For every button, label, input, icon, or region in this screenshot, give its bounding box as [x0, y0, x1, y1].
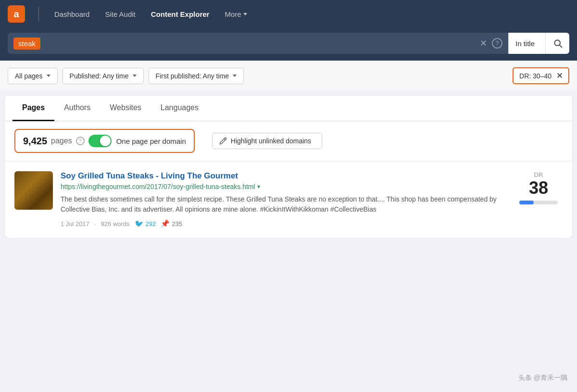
search-icon: [553, 38, 563, 48]
tab-websites[interactable]: Websites: [100, 96, 151, 121]
highlight-icon: [219, 137, 227, 145]
toggle-wrapper: One page per domain: [88, 135, 186, 147]
result-content: Soy Grilled Tuna Steaks - Living The Gou…: [61, 171, 507, 228]
svg-point-0: [554, 40, 560, 46]
pages-count: 9,425: [23, 136, 47, 147]
help-icon[interactable]: ?: [492, 38, 502, 49]
tab-authors[interactable]: Authors: [54, 96, 100, 121]
filter-bar: All pages Published: Any time First publ…: [0, 61, 577, 91]
svg-line-1: [560, 45, 562, 47]
chevron-down-icon: [47, 75, 50, 77]
highlight-unlinked-domains-button[interactable]: Highlight unlinked domains: [212, 133, 322, 149]
svg-line-2: [224, 139, 226, 140]
pages-summary-bar: 9,425 pages ? One page per domain Highli…: [5, 121, 572, 161]
logo[interactable]: a: [8, 5, 25, 23]
thumbnail-image: [14, 171, 53, 210]
nav-item-dashboard[interactable]: Dashboard: [47, 6, 97, 22]
twitter-icon: 🐦: [135, 219, 144, 228]
result-meta: 1 Jul 2017 · 926 words 🐦 292 📌 235: [61, 219, 507, 228]
twitter-count: 🐦 292: [135, 219, 156, 228]
result-item: Soy Grilled Tuna Steaks - Living The Gou…: [5, 161, 572, 238]
main-content: Pages Authors Websites Languages 9,425 p…: [5, 96, 572, 238]
url-arrow-icon: ▾: [257, 183, 260, 190]
pages-count-wrapper: 9,425 pages ? One page per domain: [14, 129, 195, 153]
result-thumbnail: [14, 171, 53, 210]
nav-item-more[interactable]: More: [217, 6, 254, 22]
nav-item-content-explorer[interactable]: Content Explorer: [143, 6, 217, 22]
dr-bar-background: [519, 201, 558, 204]
nav-items: Dashboard Site Audit Content Explorer Mo…: [47, 6, 255, 22]
nav-divider: [38, 7, 39, 21]
pinterest-count: 📌 235: [161, 219, 182, 228]
search-tag: steak: [13, 38, 40, 50]
search-input-icons: ✕ ?: [480, 38, 502, 49]
pages-count-label: pages: [51, 137, 72, 145]
chevron-down-icon: [233, 75, 237, 77]
result-url[interactable]: https://livingthegourmet.com/2017/07/soy…: [61, 183, 507, 190]
tab-pages[interactable]: Pages: [13, 96, 54, 121]
nav-item-site-audit[interactable]: Site Audit: [97, 6, 143, 22]
pages-count-help-icon[interactable]: ?: [76, 137, 85, 145]
result-snippet: The best dishes sometimes call for the s…: [61, 194, 507, 215]
pinterest-icon: 📌: [161, 219, 170, 228]
tab-languages[interactable]: Languages: [151, 96, 208, 121]
tabs: Pages Authors Websites Languages: [5, 96, 572, 121]
dr-filter[interactable]: DR: 30–40 ✕: [513, 67, 569, 84]
clear-icon[interactable]: ✕: [480, 38, 487, 49]
result-dr-column: DR 38: [514, 171, 563, 204]
top-navigation: a Dashboard Site Audit Content Explorer …: [0, 0, 577, 28]
toggle-knob: [100, 136, 111, 146]
result-title[interactable]: Soy Grilled Tuna Steaks - Living The Gou…: [61, 171, 507, 181]
chevron-down-icon: [243, 13, 247, 15]
dr-value: 38: [514, 179, 563, 197]
toggle-label: One page per domain: [116, 137, 186, 145]
dr-filter-close-icon[interactable]: ✕: [556, 71, 563, 80]
one-page-per-domain-toggle[interactable]: [88, 135, 112, 147]
published-filter-dropdown[interactable]: Published: Any time: [63, 68, 144, 84]
dr-label: DR: [514, 171, 563, 178]
search-bar: steak ✕ ? In title: [0, 28, 577, 61]
dr-bar-fill: [519, 201, 534, 204]
pages-filter-dropdown[interactable]: All pages: [8, 68, 58, 84]
search-button[interactable]: [545, 33, 569, 54]
search-input-wrapper: steak ✕ ?: [8, 33, 508, 54]
search-filter-dropdown[interactable]: In title: [508, 33, 545, 54]
chevron-down-icon: [133, 75, 137, 77]
first-published-filter-dropdown[interactable]: First published: Any time: [149, 68, 244, 84]
